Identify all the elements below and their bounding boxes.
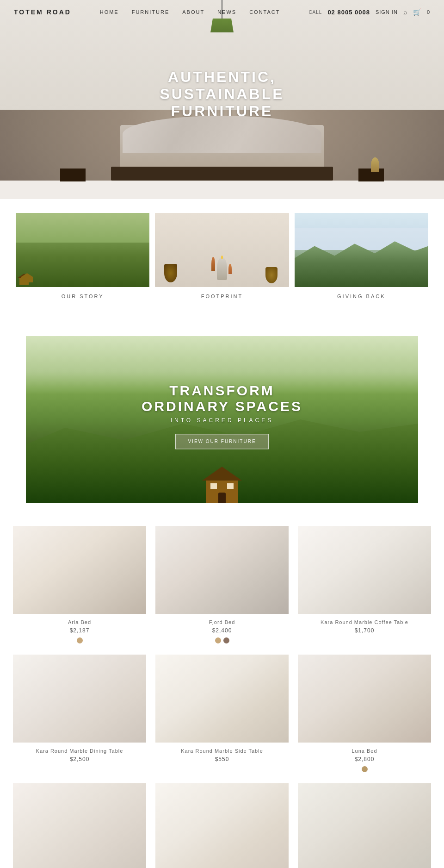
product-price: $2,800 (298, 756, 431, 762)
product-image (13, 655, 146, 743)
giving-back-item[interactable]: GIVING BACK (295, 213, 428, 299)
nav-about[interactable]: ABOUT (182, 9, 204, 15)
hero-section: AUTHENTIC, SUSTAINABLE FURNITURE IMPRINT… (0, 0, 444, 199)
products-grid: Aria Bed $2,187 Fjord Bed $2,400 Kara Ro… (13, 526, 431, 868)
product-image (298, 783, 431, 868)
call-label: CALL (308, 10, 322, 15)
giving-back-image (295, 213, 428, 287)
nav-home[interactable]: HOME (100, 9, 119, 15)
product-name: Kara Round Marble Dining Table (13, 748, 146, 754)
product-image (13, 526, 146, 614)
sign-in-link[interactable]: SIGN IN (376, 9, 398, 15)
banner-wrapper: TRANSFORM ORDINARY SPACES INTO SACRED PL… (0, 336, 444, 503)
story-label: OUR STORY (16, 293, 149, 299)
banner-text-block: TRANSFORM ORDINARY SPACES INTO SACRED PL… (124, 383, 320, 449)
nav-contact[interactable]: CONTACT (249, 9, 280, 15)
product-image (298, 526, 431, 614)
color-swatch[interactable] (77, 637, 83, 643)
product-name: Fjord Bed (155, 619, 289, 625)
product-item[interactable]: Luna Bed $2,800 (298, 655, 431, 772)
hero-title: AUTHENTIC, SUSTAINABLE FURNITURE (111, 69, 333, 120)
product-item[interactable]: Luxa Bench $1,450 (13, 783, 146, 868)
product-name: Kara Round Marble Side Table (155, 748, 289, 754)
footprint-item[interactable]: FOOTPRINT (155, 213, 289, 299)
product-image (155, 783, 289, 868)
product-item[interactable]: Luxa Mirror $1,900 (298, 783, 431, 868)
nav-furniture[interactable]: FURNITURE (132, 9, 170, 15)
product-name: Luna Bed (298, 748, 431, 754)
footprint-label: FOOTPRINT (155, 293, 289, 299)
banner-subtitle: INTO SACRED PLACES (124, 417, 320, 424)
giving-back-label: GIVING BACK (295, 293, 428, 299)
product-price: $1,700 (298, 627, 431, 634)
site-logo[interactable]: TOTEM ROAD (14, 8, 71, 16)
product-price: $2,400 (155, 627, 289, 634)
header: TOTEM ROAD HOME FURNITURE ABOUT NEWS CON… (0, 0, 444, 24)
product-item[interactable]: Kara Round Marble Side Table $550 (155, 655, 289, 772)
color-swatch[interactable] (223, 637, 229, 643)
product-swatches (13, 637, 146, 643)
cart-count: 0 (427, 9, 430, 15)
banner-section: TRANSFORM ORDINARY SPACES INTO SACRED PL… (26, 336, 418, 503)
product-price: $2,187 (13, 627, 146, 634)
product-price: $2,500 (13, 756, 146, 762)
color-swatch[interactable] (362, 766, 368, 772)
footprint-image (155, 213, 289, 287)
product-image (13, 783, 146, 868)
search-icon[interactable]: ⌕ (403, 8, 407, 16)
product-item[interactable]: Aria Bed $2,187 (13, 526, 146, 643)
cart-icon[interactable]: 🛒 (413, 8, 421, 16)
phone-number: 02 8005 0008 (327, 9, 370, 16)
story-item[interactable]: OUR STORY (16, 213, 149, 299)
product-item[interactable]: Kara Round Marble Dining Table $2,500 (13, 655, 146, 772)
product-name: Aria Bed (13, 619, 146, 625)
spacer-1 (0, 299, 444, 336)
view-furniture-button[interactable]: VIEW OUR FURNITURE (175, 434, 268, 449)
color-swatch[interactable] (215, 637, 221, 643)
product-swatches (298, 766, 431, 772)
spacer-2 (0, 503, 444, 517)
products-section: Aria Bed $2,187 Fjord Bed $2,400 Kara Ro… (0, 517, 444, 868)
header-right: CALL 02 8005 0008 SIGN IN ⌕ 🛒 0 (308, 8, 430, 16)
product-item[interactable]: Fjord Bed $2,400 (155, 526, 289, 643)
product-price: $550 (155, 756, 289, 762)
product-swatches (155, 637, 289, 643)
product-name: Kara Round Marble Coffee Table (298, 619, 431, 625)
product-item[interactable]: Luxa Console Table $1,500 (155, 783, 289, 868)
product-image (155, 655, 289, 743)
product-image (298, 655, 431, 743)
product-item[interactable]: Kara Round Marble Coffee Table $1,700 (298, 526, 431, 643)
main-nav: HOME FURNITURE ABOUT NEWS CONTACT (100, 9, 280, 15)
banner-title: TRANSFORM ORDINARY SPACES (124, 383, 320, 414)
product-image (155, 526, 289, 614)
nav-news[interactable]: NEWS (217, 9, 236, 15)
story-image (16, 213, 149, 287)
three-section: OUR STORY FOOTPRINT (0, 213, 444, 299)
